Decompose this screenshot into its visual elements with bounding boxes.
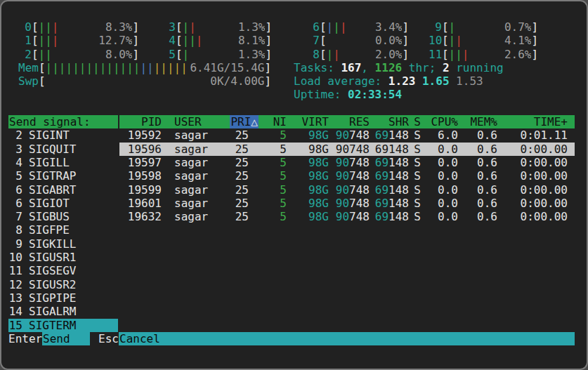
swap-usage-text: 0K/4.00G [210, 74, 264, 88]
signal-name: SIGBUS [29, 210, 70, 223]
running-label: running [450, 61, 504, 74]
state-cell: S [409, 156, 426, 169]
cpu-meter-7: 7[0.0%] [306, 34, 409, 47]
signal-list-item[interactable]: 3 SIGQUIT [8, 143, 118, 156]
shr-cell: 69148 [370, 183, 409, 197]
signal-list-item[interactable]: 12 SIGUSR2 [8, 278, 118, 291]
cpu-meter-3: 3[||1.3%] [162, 20, 272, 34]
meter-bar-area: ||2.0% [327, 48, 403, 61]
meter-open-bracket: [ [442, 48, 449, 61]
column-header-mem[interactable]: MEM% [458, 115, 497, 128]
cpu-bars: ||| [183, 34, 203, 47]
cpu-id: 11 [429, 48, 442, 61]
process-row[interactable]: 19632 sagar 25 5 98G 90748 69148 S 0.0 0… [119, 210, 575, 223]
cancel-button[interactable]: Cancel [119, 332, 575, 345]
signal-name: SIGILL [29, 156, 70, 169]
signal-list-item[interactable]: 15 SIGTERM [8, 319, 118, 332]
signal-number: 4 [8, 156, 22, 169]
swap-meter: Swp[0K/4.00G] [18, 74, 271, 88]
cpu-bar-normal: | [449, 20, 456, 34]
cpu-bar-normal: || [39, 34, 52, 47]
signal-list-item[interactable]: 10 SIGUSR1 [8, 251, 118, 264]
process-row[interactable]: 19601 sagar 25 5 98G 90748 69148 S 0.0 0… [119, 197, 575, 210]
pid-cell: 19601 [119, 197, 162, 210]
cpu-meter-row-1: 0[|||8.3%] 3[||1.3%] 6[|||3.4%] 9[|0.7%] [8, 20, 575, 34]
column-header-virt[interactable]: VIRT [287, 115, 329, 128]
column-header-shr[interactable]: SHR [370, 115, 409, 128]
signal-list-item[interactable]: 4 SIGILL [8, 156, 118, 169]
process-row[interactable]: 19592 sagar 25 5 98G 90748 69148 S 6.0 0… [119, 128, 575, 142]
shr-kilobytes: 148 [388, 183, 409, 197]
cpu-bars: || [39, 48, 52, 61]
column-header-state[interactable]: S [409, 115, 426, 128]
function-bar-gap [90, 332, 98, 345]
cpu-percent: 0.0% [375, 34, 403, 47]
mem-percent-cell: 0.6 [458, 156, 497, 169]
cpu-meter-2: 2[||8.0%] [18, 48, 139, 61]
cpu-bar-normal: | [449, 34, 456, 47]
user-cell: sagar [162, 128, 218, 142]
mem-percent-cell: 0.6 [458, 197, 497, 210]
signal-list-item[interactable]: 6 SIGABRT [8, 183, 118, 197]
signal-list-item[interactable]: 8 SIGFPE [8, 223, 118, 237]
pid-cell: 19598 [119, 169, 162, 183]
meter-bar-area: |||8.3% [39, 20, 133, 34]
process-row[interactable]: 19599 sagar 25 5 98G 90748 69148 S 0.0 0… [119, 183, 575, 197]
meter-bar-area: |1.3% [183, 48, 266, 61]
process-row[interactable]: 19598 sagar 25 5 98G 90748 69148 S 0.0 0… [119, 169, 575, 183]
column-header-ni[interactable]: NI [249, 115, 287, 128]
cpu-id: 1 [18, 34, 32, 47]
memory-label: Mem [18, 61, 39, 74]
signal-list-item[interactable]: 5 SIGTRAP [8, 169, 118, 183]
priority-cell: 25 [218, 197, 249, 210]
meter-close-bracket: ] [265, 34, 272, 47]
pid-cell: 19596 [119, 143, 162, 156]
cpu-percent-cell: 0.0 [426, 169, 458, 183]
signal-list-item[interactable]: 6 SIGIOT [8, 197, 118, 210]
column-header-res[interactable]: RES [329, 115, 370, 128]
signal-list-item[interactable]: 9 SIGKILL [8, 237, 118, 251]
res-kilobytes: 748 [349, 183, 370, 197]
uptime-label: Uptime: [294, 88, 348, 101]
shr-kilobytes: 148 [388, 197, 409, 210]
mem-percent-cell: 0.6 [458, 210, 497, 223]
cpu-bars: || [327, 48, 340, 61]
process-row[interactable]: 19596 sagar 25 5 98G 90748 69148 S 0.0 0… [119, 143, 575, 156]
state-cell: S [409, 183, 426, 197]
signal-number: 8 [8, 223, 22, 237]
res-megabytes: 90 [336, 210, 349, 223]
cpu-percent: 1.3% [238, 20, 266, 34]
signal-name: SIGUSR1 [29, 251, 76, 264]
meter-open-bracket: [ [176, 20, 183, 34]
column-header-pri[interactable]: PRI△ [218, 115, 249, 128]
process-row[interactable]: 19597 sagar 25 5 98G 90748 69148 S 0.0 0… [119, 156, 575, 169]
tasks-label: Tasks: [294, 61, 341, 74]
priority-cell: 25 [218, 210, 249, 223]
column-header-pid[interactable]: PID [119, 115, 162, 128]
shr-megabytes: 69 [375, 197, 388, 210]
signal-number: 6 [8, 183, 22, 197]
main-body: Send signal: 2 SIGINT 3 SIGQUIT [8, 115, 575, 332]
column-header-time[interactable]: TIME+ [497, 115, 568, 128]
pid-cell: 19597 [119, 156, 162, 169]
column-header-user[interactable]: USER [162, 115, 218, 128]
signal-list-item[interactable]: 14 SIGALRM [8, 305, 118, 318]
signal-list-item[interactable]: 7 SIGBUS [8, 210, 118, 223]
res-megabytes: 90 [336, 169, 349, 183]
res-kilobytes: 748 [349, 143, 370, 156]
signal-list-item[interactable]: 11 SIGSEGV [8, 264, 118, 277]
cpu-id: 9 [429, 20, 442, 34]
signal-list-item[interactable]: 13 SIGPIPE [8, 291, 118, 305]
meter-bar-area: |||||||||||||||||||||6.41G/15.4G [46, 61, 265, 74]
load-one-minute: 1.23 [388, 74, 416, 88]
meter-open-bracket: [ [442, 34, 449, 47]
tasks-summary: Tasks: 167, 1126 thr; 2 running [294, 61, 504, 74]
cpu-bar-kernel: | [196, 34, 203, 47]
send-button[interactable]: Send [42, 332, 90, 345]
virt-cell: 98G [287, 197, 329, 210]
signal-number: 11 [8, 264, 22, 277]
cpu-id: 10 [429, 34, 442, 47]
cpu-id: 2 [18, 48, 32, 61]
column-header-cpu[interactable]: CPU% [426, 115, 458, 128]
signal-list-item[interactable]: 2 SIGINT [8, 128, 118, 142]
